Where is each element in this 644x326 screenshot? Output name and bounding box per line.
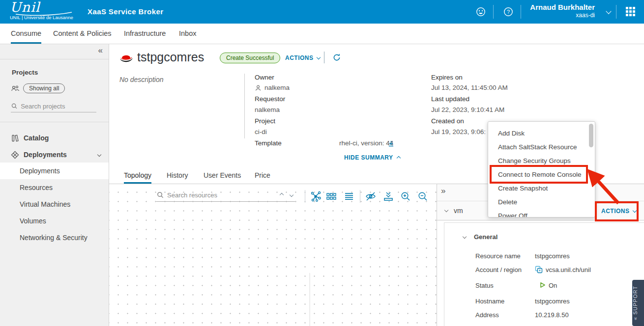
- hide-labels-icon[interactable]: [365, 190, 377, 202]
- header-divider: [493, 5, 494, 19]
- catalog-icon: [11, 134, 19, 142]
- feedback-smiley-icon[interactable]: [474, 5, 487, 18]
- project-label: Project: [255, 117, 275, 125]
- sidebar-divider: [0, 122, 109, 122]
- logo-swoosh: [15, 12, 74, 16]
- search-resources-input[interactable]: [167, 191, 265, 199]
- hide-summary-link[interactable]: HIDE SUMMARY: [344, 154, 400, 161]
- status-label: Status: [475, 282, 494, 289]
- help-icon[interactable]: ?: [502, 5, 515, 18]
- main-nav: Consume Content & Policies Infrastructur…: [0, 24, 644, 44]
- deployment-title: tstpgcomres: [137, 50, 204, 64]
- general-section: General Resource name tstpgcomres Accoun…: [444, 222, 644, 326]
- chevron-down-icon[interactable]: [463, 235, 467, 239]
- general-section-title: General: [474, 233, 498, 241]
- template-label: Template: [255, 139, 282, 147]
- tab-content-policies[interactable]: Content & Policies: [53, 24, 111, 44]
- projects-title: Projects: [12, 69, 38, 76]
- showing-all-filter-button[interactable]: Showing all: [23, 83, 65, 93]
- sidebar-item-catalog[interactable]: Catalog: [0, 130, 109, 146]
- chevron-down-icon[interactable]: [97, 153, 101, 157]
- sidebar-item-virtual-machines[interactable]: Virtual Machines: [0, 196, 109, 213]
- expires-label: Expires on: [431, 74, 463, 81]
- refresh-icon[interactable]: [332, 53, 341, 62]
- menu-item-connect-remote-console[interactable]: Connect to Remote Console: [488, 168, 584, 182]
- created-label: Created on: [431, 117, 464, 125]
- chevron-down-icon: [444, 208, 448, 212]
- search-icon: [11, 102, 18, 110]
- deployment-description: No description: [119, 76, 164, 83]
- deployment-actions-button[interactable]: ACTIONS: [285, 54, 320, 61]
- projects-group-icon: [11, 84, 20, 93]
- resource-name-label: Resource name: [475, 252, 521, 260]
- expand-panel-icon[interactable]: »: [441, 186, 445, 196]
- menu-item-add-disk[interactable]: Add Disk: [488, 127, 584, 140]
- tab-topology[interactable]: Topology: [124, 168, 151, 184]
- address-label: Address: [475, 311, 499, 319]
- menu-item-create-snapshot[interactable]: Create Snapshot: [488, 182, 584, 195]
- tab-infrastructure[interactable]: Infrastructure: [124, 24, 166, 44]
- sidebar: « Projects Showing all Cata: [0, 44, 109, 326]
- header-divider: [324, 52, 324, 63]
- canvas-scrollbar[interactable]: [309, 273, 310, 326]
- menu-item-attach-saltstack[interactable]: Attach SaltStack Resource: [488, 140, 584, 154]
- address-value: 10.219.8.50: [535, 311, 569, 319]
- tab-user-events[interactable]: User Events: [204, 168, 241, 184]
- menu-item-change-security-groups[interactable]: Change Security Groups: [488, 154, 584, 168]
- sidebar-item-label: Catalog: [24, 134, 49, 142]
- tab-inbox[interactable]: Inbox: [179, 24, 196, 44]
- user-menu[interactable]: Arnaud Burkhalter xaas-di: [521, 3, 595, 19]
- person-icon: [255, 84, 262, 91]
- zoom-in-icon[interactable]: [400, 190, 411, 202]
- tab-price[interactable]: Price: [255, 168, 270, 184]
- user-chevron-down-icon[interactable]: [606, 8, 611, 14]
- support-tab[interactable]: « SUPPORT: [632, 280, 644, 326]
- search-projects-input[interactable]: [21, 103, 96, 110]
- updated-label: Last updated: [431, 95, 469, 103]
- expires-value: Jul 13, 2024, 11:45:00 AM: [431, 84, 508, 91]
- user-name: Arnaud Burkhalter: [521, 3, 595, 11]
- sidebar-collapse-strip: «: [0, 44, 109, 59]
- sidebar-item-volumes[interactable]: Volumes: [0, 213, 109, 229]
- owner-value: nalkema: [264, 84, 290, 91]
- app-switcher-icon[interactable]: [626, 7, 637, 18]
- toolbar-divider: [360, 190, 360, 203]
- requestor-value: nalkema: [255, 106, 280, 113]
- summary-divider: [244, 74, 245, 138]
- collapse-sidebar-icon[interactable]: «: [98, 46, 103, 55]
- tab-history[interactable]: History: [167, 168, 188, 184]
- grid-view-icon[interactable]: [325, 190, 337, 202]
- sidebar-item-deployments[interactable]: Deployments: [0, 163, 109, 179]
- menu-scrollbar[interactable]: [589, 124, 593, 147]
- sidebar-item-networking-security[interactable]: Networking & Security: [0, 229, 109, 246]
- topology-search: [156, 191, 295, 202]
- sidebar-item-deployments-group[interactable]: Deployments: [0, 146, 109, 163]
- resource-name-value: tstpgcomres: [535, 252, 570, 260]
- previous-match-icon[interactable]: [280, 193, 284, 197]
- vm-actions-button[interactable]: ACTIONS: [601, 208, 636, 215]
- hostname-value: tstpgcomres: [535, 298, 570, 305]
- template-value: rhel-ci, version: 44: [339, 139, 393, 147]
- menu-item-power-off[interactable]: Power Off: [488, 209, 584, 217]
- list-view-icon[interactable]: [343, 190, 355, 202]
- owner-label: Owner: [255, 74, 274, 81]
- account-region-value: vcsa.unil.ch/unil: [546, 266, 591, 273]
- user-org: xaas-di: [521, 12, 595, 19]
- sidebar-item-resources[interactable]: Resources: [0, 179, 109, 196]
- app-title: XaaS Service Broker: [88, 7, 163, 16]
- project-value: ci-di: [255, 128, 267, 136]
- topology-canvas[interactable]: [109, 184, 437, 326]
- actions-context-menu: Add Disk Attach SaltStack Resource Chang…: [488, 121, 595, 217]
- download-template-icon[interactable]: [387, 140, 395, 147]
- power-on-icon: [539, 281, 546, 289]
- status-badge: Create Successful: [220, 53, 280, 63]
- next-match-icon[interactable]: [290, 193, 293, 197]
- deployments-icon: [11, 151, 19, 159]
- menu-item-delete[interactable]: Delete: [488, 195, 584, 209]
- topology-view-icon[interactable]: [310, 190, 322, 202]
- export-canvas-icon[interactable]: [382, 190, 394, 202]
- tab-consume[interactable]: Consume: [11, 24, 41, 44]
- zoom-out-icon[interactable]: [417, 190, 429, 202]
- sidebar-item-label: Deployments: [24, 151, 67, 159]
- svg-text:?: ?: [507, 9, 510, 15]
